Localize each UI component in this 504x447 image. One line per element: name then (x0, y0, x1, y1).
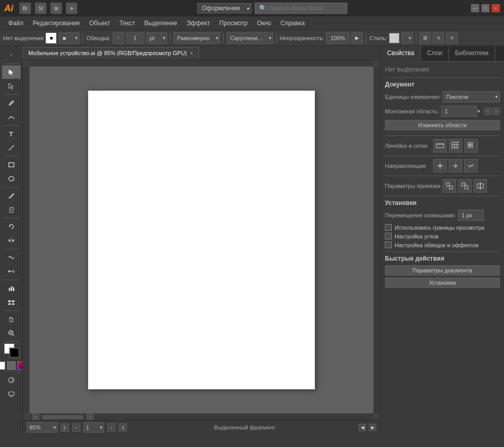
pencil-tool-btn[interactable] (2, 189, 21, 202)
keyboard-input[interactable] (458, 210, 484, 221)
curve-tool-btn[interactable] (2, 110, 21, 124)
rulers-row: Линейка и сетки (385, 139, 500, 152)
stock-btn[interactable]: St (35, 3, 46, 14)
gradient-swatch[interactable] (18, 362, 23, 370)
scroll-h-left-btn[interactable]: ‹ (32, 414, 39, 421)
page-prev2-btn[interactable]: ‹ (72, 423, 80, 432)
rotate-tool-btn[interactable] (2, 220, 21, 233)
stroke-value-input[interactable] (126, 32, 144, 44)
stroke-unit-wrap: pt (146, 32, 167, 44)
tab-close-btn[interactable]: × (190, 50, 193, 56)
gray-swatch[interactable] (7, 362, 15, 370)
menu-text[interactable]: Текст (115, 18, 139, 28)
share-btn[interactable]: ✈ (66, 3, 77, 14)
pen-tool-btn[interactable] (2, 96, 21, 110)
artboard-prev-btn[interactable]: ‹ (484, 108, 492, 115)
style-select[interactable] (401, 32, 413, 44)
line-tool-btn[interactable] (2, 141, 21, 154)
column-chart-btn[interactable] (2, 282, 21, 295)
corner-style-select[interactable]: Скруглени... (227, 32, 273, 44)
menu-object[interactable]: Объект (85, 18, 114, 28)
snap-btn-1[interactable] (443, 179, 456, 193)
reflect-mode-btn[interactable] (2, 373, 21, 387)
mode-dropdown[interactable]: Оформление (197, 3, 251, 13)
style-swatch[interactable] (389, 33, 399, 43)
units-select[interactable]: Пиксели (443, 91, 500, 102)
page-next-btn[interactable]: › (107, 423, 115, 432)
ruler-icon-btn[interactable] (433, 139, 447, 152)
fill-color-btn[interactable]: ■ (45, 32, 57, 44)
cb1-checkbox[interactable] (385, 224, 392, 231)
menu-help[interactable]: Справка (276, 18, 309, 28)
tab-libraries[interactable]: Библиотеки (449, 46, 495, 61)
page-select[interactable]: 1 (83, 422, 104, 433)
stroke-unit-select[interactable]: pt (146, 32, 167, 44)
close-btn[interactable]: × (492, 4, 500, 12)
more-icon-btn[interactable]: ≡ (446, 32, 458, 44)
table-chart-btn[interactable] (2, 296, 21, 309)
restore-btn[interactable]: □ (481, 4, 490, 12)
fill-type-select[interactable]: ■ (59, 32, 79, 44)
zoom-tool-btn[interactable] (2, 326, 21, 340)
opacity-input[interactable] (326, 32, 349, 44)
scroll-h[interactable]: ‹ › (30, 413, 373, 420)
page-next2-btn[interactable]: ›| (119, 423, 127, 432)
cb3-checkbox[interactable] (385, 242, 392, 248)
menu-select[interactable]: Выделение (140, 18, 181, 28)
scroll-v[interactable] (373, 67, 380, 413)
tab-properties[interactable]: Свойства (381, 46, 421, 62)
sep-quickactions (385, 251, 500, 252)
opacity-arrow-btn[interactable]: ▶ (351, 32, 363, 44)
stroke-color-btn[interactable]: ↑ (113, 32, 124, 44)
ellipse-tool-btn[interactable] (2, 172, 21, 185)
page-prev-btn[interactable]: |‹ (61, 423, 69, 432)
blend-tool-btn[interactable] (2, 265, 21, 278)
settings-btn[interactable]: Установки (385, 278, 500, 288)
select-tool-btn[interactable] (2, 65, 21, 79)
status-arrow-right-btn[interactable]: ▶ (369, 424, 376, 431)
doc-params-btn[interactable]: Параметры документа (385, 265, 500, 276)
pixel-grid-btn[interactable] (464, 139, 478, 152)
cb2-checkbox[interactable] (385, 233, 392, 239)
menu-window[interactable]: Окно (253, 18, 275, 28)
menu-edit[interactable]: Редактирование (29, 18, 84, 28)
stroke-swatch[interactable] (9, 348, 20, 358)
canvas-content[interactable] (30, 67, 373, 413)
switcher-btn[interactable]: ⊞ (51, 3, 62, 14)
search-input[interactable] (269, 5, 341, 11)
grid-icon-btn-panel[interactable] (449, 139, 462, 152)
snap-btn-2[interactable] (458, 179, 472, 193)
stroke-style-select[interactable]: Равномерно (174, 32, 220, 44)
direct-select-btn[interactable] (2, 79, 21, 93)
guides-clear-btn[interactable] (464, 159, 478, 173)
document-tab[interactable]: Мобильное устройство.ai @ 85% (RGB/Предп… (23, 47, 199, 59)
menu-view[interactable]: Просмотр (215, 18, 252, 28)
change-areas-btn[interactable]: Изменить области (385, 120, 500, 130)
artboard-select[interactable]: 1 (441, 106, 477, 117)
guides-lock-btn[interactable] (433, 159, 447, 173)
snap-btn-3[interactable] (474, 179, 487, 193)
tab-layers[interactable]: Слои (421, 46, 449, 61)
stock-search-box[interactable]: 🔍 (255, 3, 347, 14)
align-icon-btn[interactable]: ≡ (433, 32, 444, 44)
artboard-next-btn[interactable]: › (493, 108, 500, 115)
hand-tool-btn[interactable] (2, 313, 21, 326)
status-arrow-left-btn[interactable]: ◀ (359, 424, 366, 431)
eraser-tool-btn[interactable] (2, 203, 21, 216)
type-tool-btn[interactable]: T (2, 127, 21, 141)
bridge-btn[interactable]: Br (20, 3, 31, 14)
menu-effect[interactable]: Эффект (182, 18, 214, 28)
guides-show-btn[interactable] (449, 159, 462, 173)
rect-tool-btn[interactable] (2, 158, 21, 171)
screen-mode-btn[interactable] (2, 387, 21, 401)
cb2-row: Настройка углов (385, 233, 500, 239)
collapse-lt-btn[interactable]: « (2, 48, 21, 62)
zoom-select[interactable]: 85% (27, 422, 58, 433)
mirror-tool-btn[interactable] (2, 234, 21, 247)
minimize-btn[interactable]: ─ (471, 4, 479, 12)
white-swatch[interactable] (0, 362, 5, 370)
warp-tool-btn[interactable] (2, 251, 21, 264)
menu-file[interactable]: Файл (4, 18, 28, 28)
grid-icon-btn[interactable]: ⊞ (419, 32, 431, 44)
scroll-h-right-btn[interactable]: › (87, 414, 94, 421)
